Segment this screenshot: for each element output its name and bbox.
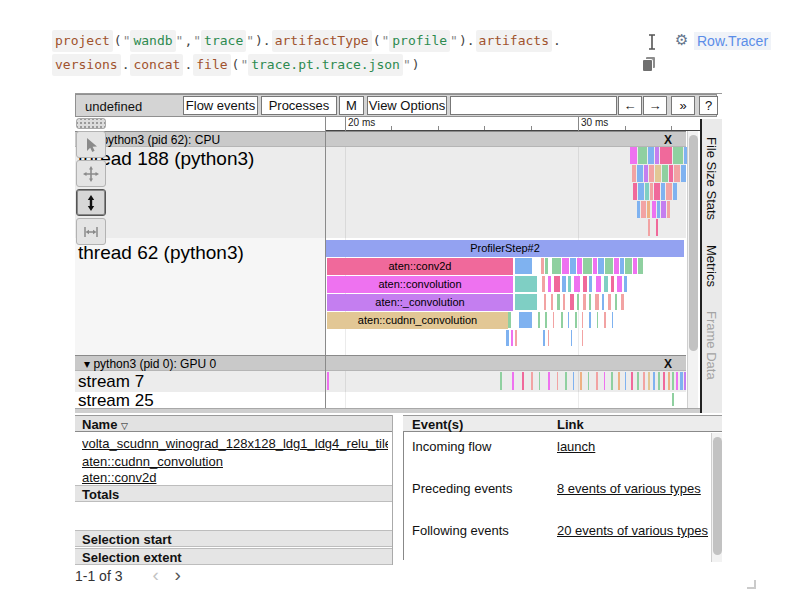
trace-event-bar[interactable]	[562, 258, 569, 274]
nav-next-button[interactable]: →	[643, 96, 667, 115]
trace-event-bar[interactable]	[604, 312, 606, 328]
trace-event-bar[interactable]	[638, 147, 647, 164]
trace-event-bar[interactable]	[632, 165, 636, 182]
trace-event-bar[interactable]	[612, 312, 613, 328]
trace-event-bar[interactable]	[545, 312, 547, 328]
trace-event-bar[interactable]	[637, 372, 639, 390]
trace-event-bar[interactable]	[669, 165, 673, 182]
trace-event-bar[interactable]	[548, 276, 551, 292]
trace-event-bar[interactable]	[673, 183, 677, 200]
trace-event-bar[interactable]	[553, 312, 554, 328]
trace-event-bar[interactable]	[531, 372, 533, 390]
trace-event-bar[interactable]	[563, 294, 565, 310]
trace-event-bar[interactable]	[589, 312, 591, 328]
trace-event-bar[interactable]	[605, 258, 613, 274]
trace-event-bar[interactable]	[327, 372, 329, 390]
trace-event-bar[interactable]	[638, 183, 644, 200]
gpu-process-header[interactable]: ▾ python3 (pid 0): GPU 0 X	[75, 355, 686, 371]
trace-event-bar[interactable]	[681, 165, 686, 182]
trace-event-bar[interactable]	[602, 294, 604, 310]
trace-event-bar[interactable]	[666, 183, 672, 200]
trace-event-bar[interactable]	[618, 372, 620, 390]
trace-event-bar[interactable]	[500, 372, 502, 390]
trace-event-bar[interactable]	[596, 276, 601, 292]
vertical-zoom-tool-button[interactable]	[76, 189, 106, 216]
trace-event-bar[interactable]	[580, 372, 582, 390]
trace-event-bar[interactable]	[588, 372, 589, 390]
trace-event-bar[interactable]	[570, 294, 574, 310]
preceding-events-link[interactable]: 8 events of various types	[557, 481, 701, 496]
trace-event-bar[interactable]	[582, 312, 583, 328]
trace-event-bar[interactable]	[611, 276, 614, 292]
gear-icon[interactable]: ⚙	[675, 31, 688, 49]
trace-event-bar[interactable]	[543, 330, 545, 346]
nav-prev-button[interactable]: ←	[618, 96, 642, 115]
trace-event-bar[interactable]	[653, 372, 655, 390]
trace-event-bar[interactable]	[608, 294, 611, 310]
trace-event-bar[interactable]	[668, 372, 670, 390]
trace-event-bar[interactable]	[661, 201, 666, 218]
following-events-link[interactable]: 20 events of various types	[557, 523, 708, 538]
trace-event-bar[interactable]	[652, 201, 656, 218]
trace-event-bar[interactable]	[676, 372, 678, 390]
trace-event-bar[interactable]	[624, 276, 627, 292]
trace-event-bar[interactable]	[554, 276, 560, 292]
trace-event-bar[interactable]	[637, 201, 640, 218]
trace-event-bar[interactable]	[511, 330, 513, 346]
flow-events-button[interactable]: Flow events	[183, 96, 258, 115]
trace-event-bar[interactable]	[662, 165, 668, 182]
pagination-prev-icon[interactable]: ‹	[152, 564, 158, 585]
trace-event-bar[interactable]	[515, 294, 537, 310]
jump-button[interactable]: »	[671, 96, 695, 115]
trace-event-bar[interactable]	[506, 330, 509, 346]
trace-event-bar[interactable]	[604, 276, 608, 292]
trace-event-bar[interactable]	[625, 258, 632, 274]
trace-event-bar[interactable]	[648, 372, 650, 390]
trace-event-bar[interactable]	[598, 258, 604, 274]
trace-event-bar[interactable]	[551, 294, 553, 310]
trace-event-bar[interactable]	[647, 201, 650, 218]
trace-event-bar[interactable]	[573, 372, 574, 390]
trace-event-bar[interactable]	[654, 183, 660, 200]
trace-event-bar[interactable]	[661, 183, 665, 200]
trace-event-bar[interactable]	[593, 258, 597, 274]
trace-event-bar[interactable]	[522, 372, 524, 390]
trace-event-bar[interactable]	[508, 312, 511, 328]
stream-7-label[interactable]: stream 7	[78, 372, 144, 392]
trace-event-bar[interactable]	[644, 165, 648, 182]
timeline-scrollbar[interactable]	[687, 131, 698, 408]
trace-event-bar[interactable]	[630, 147, 637, 164]
trace-event-bar[interactable]	[583, 258, 592, 274]
analysis-divider[interactable]	[75, 408, 722, 413]
trace-event-bar[interactable]	[597, 312, 598, 328]
cpu-close-button[interactable]: X	[664, 133, 672, 147]
trace-event-bar[interactable]	[577, 258, 582, 274]
trace-event-bar[interactable]	[663, 372, 665, 390]
launch-link[interactable]: launch	[557, 439, 595, 454]
timeline-scrollbar-thumb[interactable]	[689, 135, 698, 351]
row-tracer-label[interactable]: Row.Tracer	[694, 32, 771, 50]
help-button[interactable]: ?	[699, 96, 718, 115]
timing-tool-button[interactable]	[76, 218, 106, 245]
trace-event-bar[interactable]	[548, 372, 550, 390]
trace-event-bar[interactable]	[684, 372, 686, 390]
trace-event-bar[interactable]	[667, 201, 670, 218]
trace-event-bar[interactable]	[672, 393, 674, 406]
resize-corner-handle[interactable]	[747, 580, 756, 589]
trace-event-bar[interactable]	[589, 294, 591, 310]
trace-event-bar[interactable]	[571, 330, 572, 346]
trace-event-bar[interactable]	[643, 372, 645, 390]
pagination-next-icon[interactable]: ›	[175, 564, 181, 585]
trace-event-bar[interactable]	[620, 258, 624, 274]
trace-event-bar[interactable]	[637, 165, 643, 182]
events-panel-scrollbar-thumb[interactable]	[713, 437, 722, 555]
trace-event-bar[interactable]	[515, 276, 537, 292]
m-button[interactable]: M	[339, 96, 364, 115]
trace-event-bar[interactable]	[548, 330, 549, 346]
trace-event-bar[interactable]	[615, 294, 617, 310]
view-options-button[interactable]: View Options	[367, 96, 447, 115]
trace-event-bar[interactable]	[552, 258, 561, 274]
trace-event-bar[interactable]	[672, 372, 674, 390]
trace-event-bar[interactable]	[645, 183, 649, 200]
event-bar-profiler-step[interactable]: ProfilerStep#2	[326, 240, 684, 257]
